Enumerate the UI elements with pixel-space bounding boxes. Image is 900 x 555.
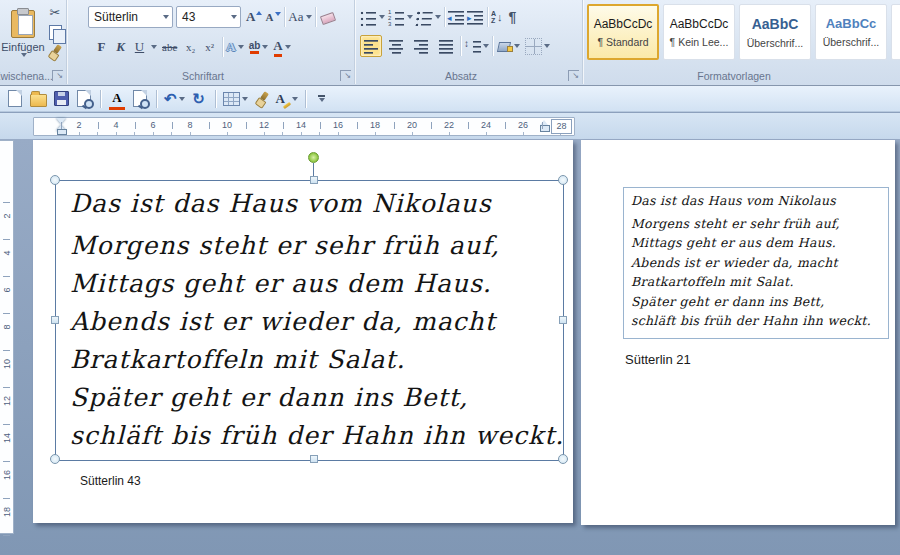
style-card-5[interactable]: A xyxy=(891,4,900,60)
copy-button[interactable] xyxy=(46,23,64,41)
text-line[interactable]: Abends ist er wieder da, macht xyxy=(631,253,871,273)
textbox-suetterlin-21[interactable]: Das ist das Haus vom NikolausMorgens ste… xyxy=(623,187,889,339)
clear-formatting-button[interactable] xyxy=(319,10,335,24)
text-line[interactable]: Morgens steht er sehr früh auf, xyxy=(70,227,559,265)
style-card-1[interactable]: AaBbCcDc¶ Standard xyxy=(587,4,659,60)
text-line[interactable]: Abends ist er wieder da, macht xyxy=(70,303,559,341)
text-highlight-button[interactable]: ab xyxy=(249,40,269,54)
clipboard-dialog-launcher[interactable]: ↘ xyxy=(52,70,63,81)
brush-icon xyxy=(255,92,269,106)
shrink-font-button[interactable]: A xyxy=(265,11,281,23)
caption-small[interactable]: Sütterlin 21 xyxy=(625,352,691,367)
text-line[interactable]: Bratkartoffeln mit Salat. xyxy=(70,341,559,379)
resize-handle-left[interactable] xyxy=(51,316,59,324)
underline-button[interactable]: U xyxy=(130,36,149,58)
align-right-button[interactable] xyxy=(410,35,432,57)
clipboard-group-label: Zwischena... xyxy=(0,70,56,82)
rotate-handle[interactable] xyxy=(308,152,319,163)
preview-button[interactable] xyxy=(131,89,149,109)
strikethrough-button[interactable]: abe xyxy=(162,41,177,53)
style-card-2[interactable]: AaBbCcDc¶ Kein Lee... xyxy=(663,4,735,60)
insert-table-button[interactable] xyxy=(223,89,248,109)
text-line[interactable]: schläft bis früh der Hahn ihn weckt. xyxy=(70,417,559,455)
print-preview-button[interactable] xyxy=(75,89,93,109)
change-case-button[interactable]: Aa xyxy=(288,9,311,25)
text-line[interactable]: Das ist das Haus vom Nikolaus xyxy=(631,191,871,211)
borders-button[interactable] xyxy=(525,38,550,55)
toolbar-options-button[interactable] xyxy=(313,89,331,109)
justify-button[interactable] xyxy=(435,35,457,57)
numbered-list-icon: 1 2 3 xyxy=(388,9,405,26)
vertical-ruler[interactable]: 24681012141618 xyxy=(0,140,14,534)
text-line[interactable]: Morgens steht er sehr früh auf, xyxy=(631,214,871,234)
paragraph-dialog-launcher[interactable]: ↘ xyxy=(568,70,579,81)
toolbar-format-painter-button[interactable] xyxy=(253,89,271,109)
chevron-down-icon[interactable] xyxy=(151,45,157,49)
bullets-button[interactable] xyxy=(360,9,385,26)
text-line[interactable]: Später geht er dann ins Bett, xyxy=(70,379,559,417)
numbering-button[interactable]: 1 2 3 xyxy=(388,9,413,26)
style-card-4[interactable]: AaBbCcÜberschrif... xyxy=(815,4,887,60)
text-line[interactable]: Das ist das Haus vom Nikolaus xyxy=(70,185,559,223)
resize-handle-bottom-left[interactable] xyxy=(50,454,60,464)
page-1[interactable]: Das ist das Haus vom NikolausMorgens ste… xyxy=(33,140,573,523)
resize-handle-top[interactable] xyxy=(310,176,318,184)
align-center-button[interactable] xyxy=(385,35,407,57)
magnifier-icon xyxy=(84,99,94,109)
document-area: 24681012141618 Das ist das Haus vom Niko… xyxy=(0,139,900,555)
font-size-combobox[interactable]: 43 xyxy=(176,6,241,28)
resize-handle-top-right[interactable] xyxy=(558,175,568,185)
ruler-tick xyxy=(135,122,136,129)
text-line[interactable]: Später geht er dann ins Bett, xyxy=(631,292,871,312)
resize-handle-top-left[interactable] xyxy=(50,175,60,185)
paint-bucket-icon xyxy=(496,39,512,53)
multilevel-list-button[interactable] xyxy=(416,9,441,26)
superscript-button[interactable]: x² xyxy=(200,36,219,58)
font-name-combobox[interactable]: Sütterlin xyxy=(88,6,173,28)
sort-button[interactable]: AZ ↓ xyxy=(491,10,503,24)
textbox-suetterlin-43[interactable]: Das ist das Haus vom NikolausMorgens ste… xyxy=(55,180,564,461)
text-line[interactable]: Mittags geht er aus dem Haus. xyxy=(631,233,871,253)
resize-handle-bottom-right[interactable] xyxy=(558,454,568,464)
undo-button[interactable]: ↶ xyxy=(164,89,185,109)
styles-format-button[interactable]: A xyxy=(276,89,298,109)
text-line[interactable]: schläft bis früh der Hahn ihn weckt. xyxy=(631,311,871,331)
format-painter-button[interactable] xyxy=(46,43,64,61)
style-preview: AaBbCc xyxy=(826,16,877,31)
save-button[interactable] xyxy=(52,89,70,109)
page-2[interactable]: Das ist das Haus vom NikolausMorgens ste… xyxy=(581,140,895,525)
left-indent-marker[interactable] xyxy=(57,129,67,135)
line-spacing-button[interactable]: ↕ xyxy=(464,38,489,55)
horizontal-ruler[interactable]: 28 2468101214161820222426 xyxy=(33,117,575,136)
styles-group-label: Formatvorlagen xyxy=(582,70,886,82)
paste-button[interactable]: Einfügen xyxy=(2,3,44,63)
resize-handle-right[interactable] xyxy=(559,316,567,324)
grow-font-button[interactable]: A xyxy=(246,9,262,25)
undo-icon: ↶ xyxy=(164,91,177,107)
show-paragraph-marks-button[interactable]: ¶ xyxy=(509,9,517,25)
suetterlin-text-large[interactable]: Das ist das Haus vom NikolausMorgens ste… xyxy=(70,185,559,455)
text-line[interactable]: Mittags geht er aus dem Haus. xyxy=(70,265,559,303)
text-effects-button[interactable]: A xyxy=(226,39,243,55)
arrow-down-icon xyxy=(275,12,281,16)
new-document-button[interactable] xyxy=(6,89,24,109)
open-button[interactable] xyxy=(29,89,47,109)
resize-handle-bottom[interactable] xyxy=(310,455,318,463)
shading-button[interactable] xyxy=(496,39,520,53)
cut-button[interactable]: ✂ xyxy=(46,3,64,21)
font-color-button[interactable]: A xyxy=(273,38,290,57)
style-card-3[interactable]: AaBbCÜberschrif... xyxy=(739,4,811,60)
caption-large[interactable]: Sütterlin 43 xyxy=(80,474,141,488)
redo-button[interactable]: ↻ xyxy=(190,89,208,109)
subscript-button[interactable]: x₂ xyxy=(181,36,200,58)
italic-button[interactable]: K xyxy=(111,36,130,58)
bold-button[interactable]: F xyxy=(92,36,111,58)
font-dialog-launcher[interactable]: ↘ xyxy=(340,70,351,81)
decrease-indent-button[interactable]: ◂ xyxy=(448,9,465,26)
suetterlin-text-small[interactable]: Das ist das Haus vom NikolausMorgens ste… xyxy=(631,191,871,331)
align-left-button[interactable] xyxy=(360,35,382,57)
chevron-down-icon xyxy=(163,15,169,19)
text-line[interactable]: Bratkartoffeln mit Salat. xyxy=(631,272,871,292)
toolbar-font-color-button[interactable]: A xyxy=(108,88,126,110)
increase-indent-button[interactable]: ▸ xyxy=(467,9,484,26)
